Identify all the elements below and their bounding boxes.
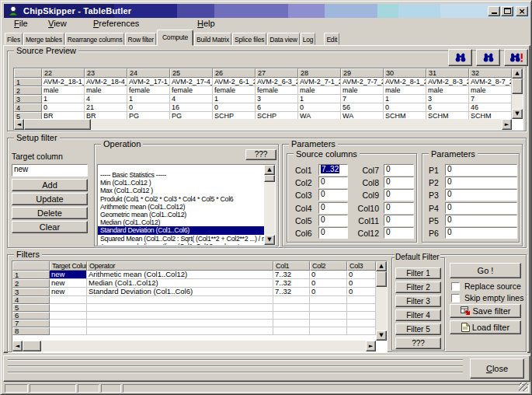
cell[interactable]: 0 (42, 103, 85, 112)
cell[interactable]: 7 (469, 95, 512, 103)
cell[interactable] (87, 312, 273, 320)
scroll-up-icon[interactable]: ▲ (264, 165, 275, 175)
skip-empty-lines-checkbox[interactable] (451, 294, 460, 302)
cell[interactable]: 6 (256, 103, 298, 112)
source-preview-grid[interactable]: 22232425262728293031321AVM-2_18-1_25AVM-… (14, 68, 512, 121)
cell[interactable]: 0 (298, 103, 341, 112)
row-header[interactable]: 5 (12, 304, 50, 312)
cell[interactable] (273, 304, 310, 312)
operation-item[interactable]: Max (Col1..Col12 ) (98, 187, 264, 194)
cell[interactable]: 21 (85, 103, 127, 112)
load-filter-button[interactable]: Load filter (450, 320, 521, 334)
maximize-button[interactable] (501, 6, 513, 16)
cell[interactable] (273, 312, 310, 320)
p5-input[interactable]: 0 (445, 215, 517, 226)
cell[interactable]: AVM-2_18-1_25 (42, 78, 85, 86)
column-header[interactable]: Operator (87, 261, 273, 271)
cell[interactable]: 7 (341, 95, 384, 103)
cell[interactable] (50, 312, 87, 320)
update-button[interactable]: Update (12, 193, 88, 205)
cell[interactable] (347, 320, 376, 327)
default--button[interactable]: ??? (395, 337, 441, 349)
hscroll-thumb[interactable] (24, 119, 91, 130)
cell[interactable]: male (384, 86, 426, 95)
tab-log[interactable]: Log (301, 33, 316, 45)
cell[interactable]: AVM-2_6-1_25 (213, 78, 256, 86)
cell[interactable]: 1 (127, 95, 170, 103)
default-filter-3-button[interactable]: Filter 3 (395, 295, 441, 307)
p1-input[interactable]: 0 (445, 164, 517, 176)
cell[interactable]: 46 (469, 103, 512, 112)
cell[interactable]: 1 (298, 95, 341, 103)
cell[interactable]: Median (Col1..Col12) (87, 279, 273, 288)
column-header[interactable]: 32 (469, 68, 512, 78)
column-header[interactable]: Col3 (347, 261, 376, 271)
col12-input[interactable]: 0 (384, 227, 414, 239)
column-header[interactable]: 31 (426, 68, 469, 78)
scroll-right-icon[interactable]: ► (366, 341, 376, 351)
col11-input[interactable]: 0 (384, 215, 414, 226)
cell[interactable] (347, 327, 376, 335)
cell[interactable] (347, 312, 376, 320)
column-header[interactable]: 26 (213, 68, 256, 78)
col3-input[interactable]: 0 (318, 189, 348, 201)
col1-input[interactable]: 7..32 (318, 164, 348, 176)
cell[interactable]: AVM-2_8-3_25 (426, 78, 469, 86)
cell[interactable] (273, 327, 310, 335)
cell[interactable]: 1 (213, 95, 256, 103)
close-button[interactable]: Close (470, 358, 524, 379)
col5-input[interactable]: 0 (318, 215, 348, 226)
cell[interactable]: 3 (426, 95, 469, 103)
scroll-up-icon[interactable]: ▲ (376, 261, 387, 271)
cell[interactable]: new (50, 279, 87, 288)
cell[interactable]: 0 (310, 288, 347, 296)
cell[interactable]: AVM-2_7-7_25 (341, 78, 384, 86)
operation-item[interactable]: Average, excluding outliers (Col1..Col12… (98, 243, 264, 246)
row-header[interactable]: 8 (12, 327, 50, 335)
cell[interactable]: AVM-2_6-3_25 (256, 78, 298, 86)
title-bar[interactable]: ChipSkipper - TableButler × (4, 4, 530, 18)
cell[interactable]: AVM-2_17-4_25 (170, 78, 213, 86)
menu-preferences[interactable]: Preferences (93, 19, 139, 28)
col8-input[interactable]: 0 (384, 177, 414, 188)
tab-files[interactable]: Files (5, 33, 23, 45)
row-header[interactable]: 4 (12, 296, 50, 304)
tab-rearrange-columns[interactable]: Rearrange columns (65, 33, 125, 45)
cell[interactable]: female (127, 86, 170, 95)
scroll-down-icon[interactable]: ▼ (264, 235, 275, 245)
operation-listbox[interactable]: ----- Basic Statistics -----Min (Col1..C… (97, 164, 276, 246)
cell[interactable]: 1 (42, 95, 85, 103)
cell[interactable]: Standard Deviation (Col1..Col6) (87, 288, 273, 296)
scroll-up-icon[interactable]: ▲ (512, 68, 523, 79)
column-header[interactable]: 24 (127, 68, 170, 78)
tab-row-filter[interactable]: Row filter (125, 33, 155, 45)
column-header[interactable]: Col1 (273, 261, 310, 271)
operation-item[interactable]: Produkt (Col1 * Col2 * Col3 * Col4 * Col… (98, 195, 264, 203)
default-filter-2-button[interactable]: Filter 2 (395, 281, 441, 293)
tab-build-matrix[interactable]: Build Matrix (194, 33, 231, 45)
operation-item[interactable]: Squared Mean (Col1..Col2 : Sqrt( (Col1**… (98, 235, 264, 243)
cell[interactable]: 4 (170, 95, 213, 103)
cell[interactable]: 0 (213, 103, 256, 112)
cell[interactable] (87, 296, 273, 304)
p4-input[interactable]: 0 (445, 202, 517, 214)
row-header[interactable]: 3 (12, 288, 50, 296)
row-header[interactable]: 3 (14, 95, 42, 103)
replace-source-checkbox[interactable] (451, 282, 460, 291)
row-header[interactable]: 1 (12, 271, 50, 279)
tab-merge-tables[interactable]: Merge tables (23, 33, 64, 45)
operation-vscrollbar[interactable]: ▲ ▼ (264, 165, 275, 245)
cell[interactable]: 3 (256, 95, 298, 103)
add-button[interactable]: Add (12, 179, 88, 191)
vscroll-thumb[interactable] (264, 175, 275, 182)
cell[interactable]: new (50, 271, 87, 279)
row-header[interactable]: 6 (12, 312, 50, 320)
p2-input[interactable]: 0 (445, 177, 517, 188)
cell[interactable]: female (213, 86, 256, 95)
tab-compute[interactable]: Compute (157, 30, 193, 46)
menu-view[interactable]: View (48, 19, 67, 28)
row-header[interactable]: 1 (14, 78, 42, 86)
target-column-input[interactable]: new (12, 164, 88, 177)
p6-input[interactable]: 0 (445, 227, 517, 239)
close-window-button[interactable]: × (516, 6, 528, 16)
